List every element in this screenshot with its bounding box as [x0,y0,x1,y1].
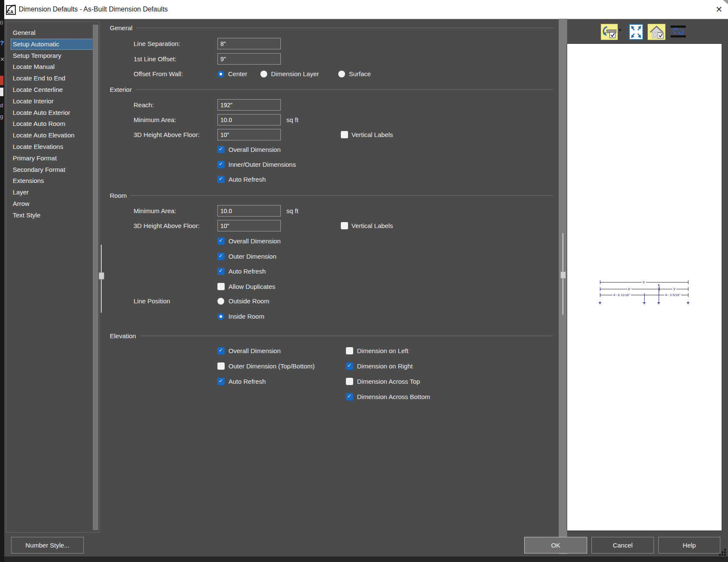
fill-window-icon[interactable] [629,24,643,40]
radio-center-label: Center [228,70,247,77]
radio-inside-room[interactable] [217,313,224,320]
radio-center[interactable] [217,71,224,77]
room-vertical-labels-label: Vertical Labels [351,222,393,229]
left-splitter-grip[interactable] [99,272,104,280]
dimension-defaults-dialog: CA X17 Dimension Defaults - As-Built Dim… [0,0,728,562]
section-general-title: General [110,24,132,31]
window-bottom-edge [0,556,728,562]
reach-label: Reach: [134,99,154,111]
section-general: General [110,24,553,31]
elev-auto-refresh-checkbox[interactable] [217,378,225,385]
dim-centerline-symbol: ℄ [657,283,661,287]
sidebar-item-locate-end-to-end[interactable]: Locate End to End [11,73,98,84]
section-exterior: Exterior [110,86,553,93]
sidebar-item-locate-auto-exterior[interactable]: Locate Auto Exterior [11,107,98,118]
sidebar-item-secondary-format[interactable]: Secondary Format [11,164,98,175]
room-vertical-labels-checkbox[interactable] [341,222,348,229]
line-separation-label: Line Separation: [134,38,180,49]
ok-button[interactable]: OK [524,537,587,553]
svg-text:X17: X17 [12,4,16,7]
radio-outside-room-label: Outside Room [228,297,269,305]
sidebar-item-setup-temporary[interactable]: Setup Temporary [11,50,98,61]
room-outer-dimension-checkbox[interactable] [217,253,225,260]
auto-refresh-toggle-icon[interactable] [601,24,618,40]
elev-outer-dimension-checkbox[interactable] [217,362,225,370]
sidebar-item-layer[interactable]: Layer [11,187,98,198]
dim-sub-right-label: 4'- 3 5/16" [664,293,681,297]
background-window-sliver: 0 ? ✕ d g [0,0,4,562]
cancel-button[interactable]: Cancel [591,537,654,553]
ext-overall-dimension-checkbox[interactable] [217,146,225,153]
radio-surface[interactable] [338,71,345,77]
elev-dimension-left-checkbox[interactable] [346,347,353,354]
sidebar-item-setup-automatic[interactable]: Setup Automatic [11,39,98,50]
elev-dimension-across-top-checkbox[interactable] [346,378,353,385]
ext-minimum-area-label: Minimum Area: [134,114,176,126]
section-room: Room [110,192,553,199]
radio-outside-room[interactable] [217,298,224,305]
elev-dimension-across-bottom-label: Dimension Across Bottom [357,393,430,400]
ext-height-input[interactable] [217,129,281,140]
sidebar-item-locate-manual[interactable]: Locate Manual [11,61,98,72]
ext-vertical-labels-checkbox[interactable] [341,131,348,138]
room-overall-dimension-label: Overall Dimension [228,237,281,245]
elev-dimension-across-bottom-checkbox[interactable] [346,393,353,400]
sidebar-scrollbar[interactable] [93,25,98,530]
room-auto-refresh-checkbox[interactable] [217,268,225,275]
radio-dimension-layer[interactable] [260,71,267,77]
window-title: Dimension Defaults - As-Built Dimension … [19,0,168,19]
sidebar-item-text-style[interactable]: Text Style [11,210,98,221]
dim-overall-label: 9' [642,280,646,284]
elev-dimension-left-label: Dimension on Left [357,347,408,354]
elev-overall-dimension-checkbox[interactable] [217,347,225,354]
sidebar-item-locate-centerline[interactable]: Locate Centerline [11,84,98,95]
sidebar-item-locate-auto-room[interactable]: Locate Auto Room [11,118,98,129]
room-minimum-area-input[interactable] [217,205,281,217]
room-sqft-unit: sq ft [286,205,298,217]
sidebar-item-locate-auto-elevation[interactable]: Locate Auto Elevation [11,130,98,141]
section-elevation: Elevation [110,332,553,339]
ext-inner-outer-label: Inner/Outer Dimensions [228,161,296,168]
close-icon[interactable]: ✕ [711,3,727,15]
elev-outer-dimension-label: Outer Dimension (Top/Bottom) [228,362,315,370]
help-button[interactable]: Help [658,537,720,553]
sidebar-item-general[interactable]: General [11,27,98,38]
refresh-dimensions-icon[interactable] [670,24,687,40]
ext-sqft-unit: sq ft [286,114,298,126]
ext-height-label: 3D Height Above Floor: [134,129,200,140]
room-allow-duplicates-checkbox[interactable] [217,283,225,290]
room-allow-duplicates-label: Allow Duplicates [228,283,275,290]
line-separation-input[interactable] [217,38,281,49]
sidebar-item-primary-format[interactable]: Primary Format [11,153,98,164]
section-exterior-title: Exterior [110,86,132,93]
preview-canvas[interactable] [567,43,722,531]
line-position-label: Line Position [134,297,170,305]
ext-inner-outer-checkbox[interactable] [217,161,225,168]
preview-splitter-grip[interactable] [560,271,566,279]
offset-from-wall-label: Offset From Wall: [134,70,183,78]
first-line-offset-label: 1st Line Offset: [134,53,177,65]
elev-dimension-across-top-label: Dimension Across Top [357,378,420,385]
ext-vertical-labels-label: Vertical Labels [351,131,393,138]
auto-refresh-dropdown-icon[interactable]: ▼ [618,28,622,32]
sidebar-item-arrow[interactable]: Arrow [11,198,98,209]
section-elevation-title: Elevation [110,332,136,339]
room-height-input[interactable] [217,220,281,231]
room-height-label: 3D Height Above Floor: [134,220,200,231]
sidebar-item-extensions[interactable]: Extensions [11,175,98,186]
ext-minimum-area-input[interactable] [217,114,281,126]
ext-auto-refresh-checkbox[interactable] [217,176,225,183]
radio-surface-label: Surface [349,70,371,77]
sidebar-item-locate-interior[interactable]: Locate Interior [11,96,98,107]
dim-right-span-label: 3' [672,287,677,291]
chief-architect-logo-icon: CA X17 [6,3,16,15]
room-minimum-area-label: Minimum Area: [134,205,176,217]
elev-overall-dimension-label: Overall Dimension [228,347,281,354]
preview-options-house-icon[interactable] [648,24,665,40]
room-overall-dimension-checkbox[interactable] [217,237,225,245]
elev-dimension-right-checkbox[interactable] [346,362,353,370]
number-style-button[interactable]: Number Style... [11,537,84,553]
reach-input[interactable] [217,99,281,111]
first-line-offset-input[interactable] [217,53,281,65]
sidebar-item-locate-elevations[interactable]: Locate Elevations [11,141,98,152]
